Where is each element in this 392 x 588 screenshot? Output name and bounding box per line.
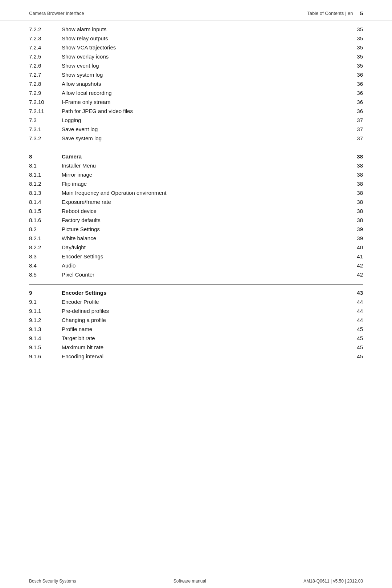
toc-section-number: 8.1.6 <box>29 217 62 223</box>
toc-section-title: Mirror image <box>62 172 352 178</box>
toc-section-number: 8.1.3 <box>29 190 62 196</box>
table-row: 8.1.1Mirror image38 <box>29 170 363 179</box>
toc-section-title: Main frequency and Operation environment <box>62 190 352 196</box>
table-row: 9.1.3Profile name45 <box>29 325 363 334</box>
toc-page-number: 36 <box>352 99 363 105</box>
table-row: 8.1Installer Menu38 <box>29 161 363 170</box>
toc-section-title: Save system log <box>62 135 352 141</box>
toc-section-title: White balance <box>62 235 352 241</box>
table-row: 9.1.4Target bit rate45 <box>29 334 363 343</box>
page-header: Camera Browser Interface Table of Conten… <box>0 0 392 20</box>
toc-section-title: Maximum bit rate <box>62 344 352 350</box>
toc-page-number: 37 <box>352 126 363 132</box>
table-row: 8.1.2Flip image38 <box>29 179 363 188</box>
toc-page-number: 35 <box>352 35 363 41</box>
toc-page-number: 36 <box>352 108 363 114</box>
table-row: 8.3Encoder Settings41 <box>29 252 363 261</box>
section-divider-encoder <box>29 284 363 285</box>
table-row: 8Camera38 <box>29 152 363 161</box>
footer-doc-id: AM18-Q0611 | v5.50 | 2012.03 <box>303 579 363 584</box>
toc-section-title: Save event log <box>62 126 352 132</box>
toc-section-title: Exposure/frame rate <box>62 199 352 205</box>
toc-page-number: 36 <box>352 72 363 78</box>
toc-section-number: 7.2.3 <box>29 35 62 41</box>
table-row: 9.1.6Encoding interval45 <box>29 352 363 361</box>
table-row: 7.3Logging37 <box>29 116 363 125</box>
footer-company: Bosch Security Systems <box>29 579 76 584</box>
toc-page-number: 38 <box>352 208 363 214</box>
table-row: 8.1.5Reboot device38 <box>29 206 363 216</box>
toc-section-number: 8.1.5 <box>29 208 62 214</box>
table-row: 8.1.6Factory defaults38 <box>29 216 363 225</box>
toc-page-number: 36 <box>352 81 363 87</box>
table-row: 7.2.8Allow snapshots36 <box>29 79 363 88</box>
toc-section-title: Flip image <box>62 181 352 187</box>
toc-section-number: 7.2.2 <box>29 26 62 32</box>
table-row: 8.2.1White balance39 <box>29 234 363 243</box>
section-group-camera: 8Camera388.1Installer Menu388.1.1Mirror … <box>29 148 363 279</box>
toc-section-title: Encoder Settings <box>62 253 352 259</box>
toc-section-title: Show system log <box>62 72 352 78</box>
toc-section-number: 8.5 <box>29 271 62 278</box>
toc-section-title: Reboot device <box>62 208 352 214</box>
toc-section-number: 7.3 <box>29 117 62 123</box>
toc-page-number: 45 <box>352 326 363 332</box>
toc-page-number: 45 <box>352 335 363 341</box>
toc-page-number: 37 <box>352 117 363 123</box>
toc-section-number: 9.1.3 <box>29 326 62 332</box>
page-container: Camera Browser Interface Table of Conten… <box>0 0 392 588</box>
toc-page-number: 38 <box>352 217 363 223</box>
toc-section-title: Picture Settings <box>62 226 352 232</box>
toc-section-title: Pre-defined profiles <box>62 308 352 314</box>
table-row: 9.1.1Pre-defined profiles44 <box>29 306 363 315</box>
toc-section-title: Show alarm inputs <box>62 26 352 32</box>
toc-section-title: Day/Night <box>62 244 352 250</box>
toc-section-title: Target bit rate <box>62 335 352 341</box>
section-group-continuation: 7.2.2Show alarm inputs357.2.3Show relay … <box>29 25 363 143</box>
toc-section-number: 7.2.9 <box>29 90 62 96</box>
toc-section-number: 9.1 <box>29 299 62 305</box>
toc-section-number: 7.2.5 <box>29 53 62 60</box>
toc-page-number: 39 <box>352 226 363 232</box>
toc-section-number: 9 <box>29 290 62 296</box>
table-row: 8.1.3Main frequency and Operation enviro… <box>29 188 363 197</box>
table-row: 8.2.2Day/Night40 <box>29 243 363 252</box>
toc-section-number: 7.3.2 <box>29 135 62 141</box>
table-row: 7.2.9Allow local recording36 <box>29 88 363 97</box>
table-row: 7.2.11Path for JPEG and video files36 <box>29 106 363 116</box>
toc-section-title: Pixel Counter <box>62 271 352 278</box>
table-row: 8.4Audio42 <box>29 261 363 270</box>
toc-section-number: 9.1.2 <box>29 317 62 323</box>
toc-section-title: Camera <box>62 153 352 160</box>
toc-section-title: Changing a profile <box>62 317 352 323</box>
toc-section-number: 7.2.4 <box>29 44 62 51</box>
toc-section-title: Show event log <box>62 63 352 69</box>
toc-section-number: 8.2.2 <box>29 244 62 250</box>
header-section-label: Table of Contents | en <box>307 11 353 16</box>
toc-section-number: 8.3 <box>29 253 62 259</box>
toc-section-title: Path for JPEG and video files <box>62 108 352 114</box>
toc-section-title: Allow local recording <box>62 90 352 96</box>
table-row: 7.2.5Show overlay icons35 <box>29 52 363 61</box>
table-row: 7.2.10I-Frame only stream36 <box>29 97 363 106</box>
header-page-number: 5 <box>360 10 363 16</box>
table-row: 7.2.4Show VCA trajectories35 <box>29 43 363 52</box>
toc-page-number: 38 <box>352 199 363 205</box>
toc-section-title: Show overlay icons <box>62 53 352 60</box>
table-row: 7.2.6Show event log35 <box>29 61 363 70</box>
toc-page-number: 36 <box>352 90 363 96</box>
toc-section-title: Profile name <box>62 326 352 332</box>
toc-page-number: 43 <box>352 290 363 296</box>
toc-section-number: 8.4 <box>29 262 62 269</box>
table-row: 9.1Encoder Profile44 <box>29 297 363 306</box>
toc-section-number: 8.1 <box>29 162 62 169</box>
toc-section-title: I-Frame only stream <box>62 99 352 105</box>
toc-page-number: 44 <box>352 308 363 314</box>
toc-page-number: 38 <box>352 190 363 196</box>
header-title: Camera Browser Interface <box>29 11 84 16</box>
toc-page-number: 35 <box>352 44 363 51</box>
toc-page-number: 35 <box>352 26 363 32</box>
toc-section-number: 8 <box>29 153 62 160</box>
toc-page-number: 38 <box>352 181 363 187</box>
toc-page-number: 40 <box>352 244 363 250</box>
